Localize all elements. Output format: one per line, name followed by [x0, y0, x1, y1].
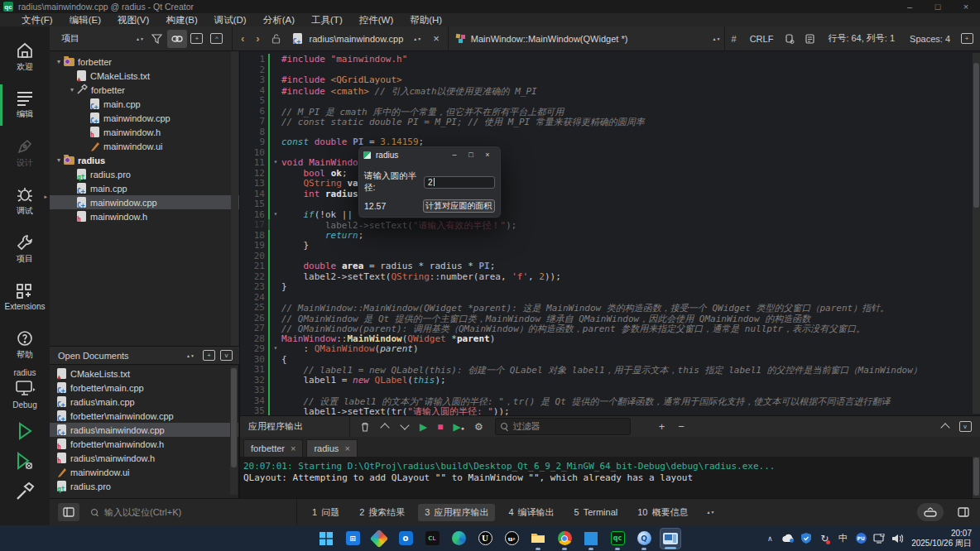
panel-spinner[interactable]: ▲▼: [706, 510, 714, 514]
tree-item-main-cpp[interactable]: C+main.cpp: [50, 97, 239, 111]
close-tab-icon[interactable]: ×: [344, 443, 349, 453]
tray-cloud-icon[interactable]: [779, 534, 797, 543]
code-line-18[interactable]: 18 return;: [240, 230, 980, 241]
expander-icon[interactable]: ▾: [55, 58, 63, 65]
open-doc-mainwindow-ui[interactable]: mainwindow.ui: [50, 465, 238, 479]
expand-all-icon[interactable]: +: [187, 30, 207, 48]
code-line-20[interactable]: 20: [240, 251, 980, 261]
debug-rerun-icon[interactable]: ▶●: [453, 421, 464, 433]
split-editor-icon[interactable]: +: [957, 30, 977, 48]
clear-output-icon[interactable]: [355, 418, 375, 436]
toggle-left-sidebar-icon[interactable]: [58, 503, 79, 521]
code-line-10[interactable]: 10: [240, 147, 980, 158]
pane-selector-spinner[interactable]: ▲▼: [136, 37, 144, 41]
expander-icon[interactable]: ▾: [68, 86, 76, 93]
taskbar-vscode-icon[interactable]: [580, 528, 602, 549]
mode-projects[interactable]: 项目: [0, 225, 50, 273]
output-console[interactable]: 20:07:01: Starting D:\QtProj\radius\buil…: [240, 457, 980, 498]
close-tab-icon[interactable]: ×: [291, 443, 295, 453]
cursor-position-indicator[interactable]: 行号: 64, 列号: 1: [828, 32, 895, 45]
expander-icon[interactable]: ▾: [55, 156, 63, 164]
line-ending-indicator[interactable]: CRLF: [750, 34, 774, 44]
code-line-9[interactable]: 9const double PI = 3.14159;: [240, 137, 980, 147]
output-settings-gear-icon[interactable]: ⚙: [474, 421, 483, 433]
code-line-1[interactable]: 1#include "mainwindow.h": [240, 54, 980, 65]
panel-button-概要信息[interactable]: 10概要信息: [631, 504, 694, 521]
zoom-out-output-icon[interactable]: −: [678, 420, 685, 433]
tree-item-mainwindow-cpp[interactable]: C+mainwindow.cpp: [50, 195, 239, 209]
menu-item-5[interactable]: 分析(A): [257, 14, 301, 26]
taskbar-edge-icon[interactable]: [448, 528, 469, 549]
code-line-31[interactable]: 31 // label1 = new QLabel(this): 创建一个 QL…: [240, 364, 980, 375]
code-line-27[interactable]: 27// QMainWindow(parent): 调用基类（QMainWind…: [240, 323, 980, 333]
debug-run-button[interactable]: [0, 451, 50, 472]
output-tab-forbetter[interactable]: forbetter×: [243, 439, 303, 457]
menu-item-4[interactable]: 调试(D): [208, 14, 253, 26]
encoding-indicator[interactable]: #: [732, 34, 737, 44]
open-doc-forbetter-mainwindow-h[interactable]: hforbetter\mainwindow.h: [50, 437, 238, 451]
taskbar-chrome-icon[interactable]: [554, 528, 575, 549]
code-line-22[interactable]: 22 label2->setText(QString::number(area,…: [240, 271, 980, 282]
open-doc-forbetter-mainwindow-cpp[interactable]: C+forbetter\mainwindow.cpp: [50, 409, 238, 423]
code-line-26[interactable]: 26// QMainWindow 是 Qt 提供的一个主窗口类，MainWind…: [240, 313, 980, 323]
mode-help[interactable]: 帮助: [0, 321, 50, 369]
open-doc-forbetter-main-cpp[interactable]: C+forbetter\main.cpp: [50, 381, 238, 395]
tray-pinyin-icon[interactable]: PU: [852, 533, 870, 544]
fold-marker-icon[interactable]: ▾: [270, 343, 281, 354]
panel-button-搜索结果[interactable]: 2搜索结果: [353, 504, 411, 521]
tree-item-forbetter[interactable]: ▾forbetter: [50, 83, 239, 97]
tray-ime-zh-icon[interactable]: 中: [833, 532, 852, 544]
minimize-button[interactable]: –: [896, 0, 924, 13]
menu-item-0[interactable]: 文件(F): [15, 14, 60, 26]
close-button[interactable]: ×: [952, 0, 980, 13]
code-line-21[interactable]: 21 double area = radius * radius * PI;: [240, 261, 980, 271]
stop-icon[interactable]: ■: [437, 421, 443, 433]
fold-marker-icon[interactable]: ▾: [270, 157, 281, 168]
zoom-in-output-icon[interactable]: +: [659, 420, 665, 433]
code-editor[interactable]: 1#include "mainwindow.h"23#include <QGri…: [240, 51, 980, 415]
tray-cast-monitor-icon[interactable]: [870, 534, 888, 544]
sync-with-editor-icon[interactable]: [167, 30, 187, 48]
taskbar-qq-icon[interactable]: Q: [633, 528, 655, 549]
code-line-30[interactable]: 30{: [240, 354, 980, 365]
code-line-8[interactable]: 8: [240, 127, 980, 137]
text-cursor-settings-icon[interactable]: [780, 30, 800, 48]
code-line-2[interactable]: 2: [240, 65, 980, 75]
tray-sync-icon[interactable]: ↻: [815, 533, 833, 544]
panel-button-Terminal[interactable]: 5Terminal: [568, 505, 625, 520]
code-line-24[interactable]: 24: [240, 292, 980, 303]
mode-extensions[interactable]: Extensions: [0, 273, 50, 321]
code-line-16[interactable]: 16▾ if(!ok || rad: [240, 209, 980, 220]
open-doc-CMakeLists-txt[interactable]: ▲CMakeLists.txt: [50, 367, 238, 381]
taskbar-clion-icon[interactable]: CL: [421, 528, 443, 549]
tray-hidden-icons-icon[interactable]: ∧: [761, 534, 779, 543]
dialog-maximize-button[interactable]: □: [463, 151, 479, 159]
open-documents-scrollbar[interactable]: [230, 367, 238, 495]
scroll-down-icon[interactable]: [395, 418, 415, 436]
tree-item-main-cpp[interactable]: C+main.cpp: [50, 181, 239, 195]
build-button[interactable]: [0, 481, 50, 504]
dialog-minimize-button[interactable]: –: [446, 151, 463, 159]
tree-item-mainwindow-h[interactable]: hmainwindow.h: [50, 209, 239, 223]
menu-item-1[interactable]: 编辑(E): [63, 14, 108, 26]
dialog-close-button[interactable]: ×: [479, 151, 496, 159]
mode-design[interactable]: 设计: [0, 129, 50, 177]
output-filter-input[interactable]: 过滤器: [495, 418, 631, 435]
symbol-spinner[interactable]: ▲▼: [713, 37, 721, 41]
menu-item-8[interactable]: 帮助(H): [403, 14, 449, 26]
mode-edit[interactable]: 编辑: [0, 81, 50, 129]
panel-button-应用程序输出[interactable]: 3应用程序输出: [418, 504, 495, 521]
taskbar-qt-creator-icon[interactable]: qc: [607, 528, 628, 549]
code-line-28[interactable]: 28MainWindow::MainWindow(QWidget *parent…: [240, 333, 980, 344]
mode-welcome[interactable]: 欢迎: [0, 33, 50, 81]
close-document-icon[interactable]: ×: [433, 32, 440, 45]
taskbar-active-window-icon[interactable]: [660, 528, 681, 549]
panel-button-编译输出[interactable]: 4编译输出: [502, 504, 560, 521]
output-scrollbar[interactable]: [973, 457, 980, 498]
code-line-7[interactable]: 7// const static double PI = M_PI; // 使用…: [240, 116, 980, 127]
mode-debug[interactable]: 调试▸: [0, 177, 50, 225]
document-spinner[interactable]: ▲▼: [413, 37, 421, 41]
tree-item-CMakeLists-txt[interactable]: ▲CMakeLists.txt: [50, 69, 239, 83]
open-documents-split-icon[interactable]: +: [203, 350, 215, 361]
open-doc-radius-mainwindow-h[interactable]: hradius\mainwindow.h: [50, 451, 238, 465]
